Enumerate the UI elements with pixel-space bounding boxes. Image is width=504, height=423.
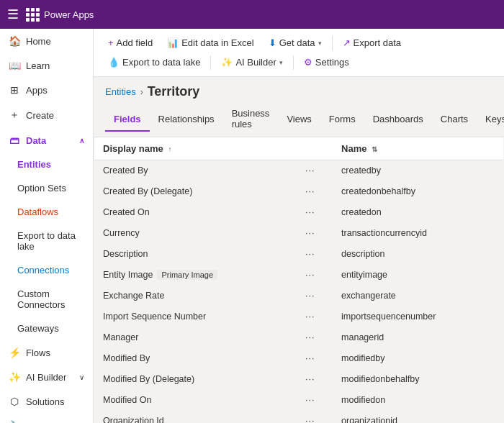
cell-display-name: Created By: [94, 160, 297, 181]
sidebar-item-flows[interactable]: ⚡ Flows: [0, 340, 93, 365]
sidebar-item-connections[interactable]: Connections: [0, 258, 93, 282]
tab-forms[interactable]: Forms: [320, 108, 364, 132]
edit-excel-button[interactable]: 📊 Edit data in Excel: [161, 35, 259, 51]
table-row[interactable]: Modified On···modifiedon: [94, 390, 503, 411]
cell-dots-menu[interactable]: ···: [297, 369, 333, 390]
sidebar-label-flows: Flows: [26, 347, 50, 358]
sidebar-item-data[interactable]: 🗃 Data ∧: [0, 128, 93, 153]
sidebar-item-export-data-lake[interactable]: Export to data lake: [0, 224, 93, 258]
table-row[interactable]: Modified By (Delegate)···modifiedonbehal…: [94, 369, 503, 390]
table-row[interactable]: Organization Id···organizationid: [94, 411, 503, 424]
cell-name: managerid: [333, 327, 503, 348]
cell-display-name: Modified By: [94, 348, 297, 369]
cell-dots-menu[interactable]: ···: [297, 202, 333, 223]
ai-builder-button[interactable]: ✨ AI Builder ▾: [215, 54, 288, 70]
breadcrumb-parent[interactable]: Entities: [105, 86, 136, 97]
sidebar-item-home[interactable]: 🏠 Home: [0, 29, 93, 53]
sidebar-item-option-sets[interactable]: Option Sets: [0, 176, 93, 200]
cell-display-name: Modified On: [94, 390, 297, 411]
sidebar-label-solutions: Solutions: [26, 396, 64, 407]
sidebar-item-custom-connectors[interactable]: Custom Connectors: [0, 282, 93, 317]
sidebar-item-gateways[interactable]: Gateways: [0, 317, 93, 340]
settings-icon: ⚙: [304, 57, 312, 68]
add-field-icon: +: [108, 37, 114, 48]
sidebar-label-gateways: Gateways: [17, 323, 59, 334]
breadcrumb: Entities › Territory: [94, 77, 504, 99]
col-display-name[interactable]: Display name ↑: [94, 137, 297, 160]
table-row[interactable]: Created By···createdby: [94, 160, 503, 181]
cell-dots-menu[interactable]: ···: [297, 411, 333, 424]
settings-button[interactable]: ⚙ Settings: [298, 54, 355, 70]
export-data-label: Export data: [354, 37, 402, 48]
sidebar-item-entities[interactable]: Entities: [0, 153, 93, 176]
hamburger-menu[interactable]: ☰: [7, 6, 19, 22]
tab-charts[interactable]: Charts: [432, 108, 477, 132]
cell-dots-menu[interactable]: ···: [297, 160, 333, 181]
col-name[interactable]: Name ⇅: [333, 137, 503, 160]
tab-dashboards[interactable]: Dashboards: [364, 108, 432, 132]
ai-builder-dropdown-icon: ▾: [279, 59, 283, 66]
table-row[interactable]: Created On···createdon: [94, 202, 503, 223]
cell-dots-menu[interactable]: ···: [297, 348, 333, 369]
cell-dots-menu[interactable]: ···: [297, 390, 333, 411]
sidebar-label-ai-builder: AI Builder: [26, 372, 66, 383]
sidebar-item-create[interactable]: ＋ Create: [0, 102, 93, 128]
edit-excel-label: Edit data in Excel: [181, 37, 253, 48]
export-data-button[interactable]: ↗ Export data: [337, 35, 408, 51]
tab-keys[interactable]: Keys: [477, 108, 504, 132]
tab-business-rules[interactable]: Business rules: [223, 102, 279, 137]
cell-name: createdon: [333, 202, 503, 223]
table-row[interactable]: Import Sequence Number···importsequencen…: [94, 306, 503, 327]
sidebar-label-data: Data: [26, 135, 46, 146]
cell-display-name: Entity ImagePrimary Image: [94, 265, 297, 286]
table-row[interactable]: Currency···transactioncurrencyid: [94, 223, 503, 244]
export-lake-button[interactable]: 💧 Export to data lake: [102, 54, 206, 70]
sidebar-item-ai-builder[interactable]: ✨ AI Builder ∨: [0, 365, 93, 389]
app-logo: Power Apps: [26, 8, 94, 22]
cell-dots-menu[interactable]: ···: [297, 327, 333, 348]
tab-fields[interactable]: Fields: [105, 108, 150, 132]
sidebar-label-export-data-lake: Export to data lake: [17, 230, 84, 252]
cell-dots-menu[interactable]: ···: [297, 265, 333, 286]
sidebar-item-dataflows[interactable]: Dataflows: [0, 200, 93, 224]
tab-relationships[interactable]: Relationships: [150, 108, 223, 132]
sidebar-label-devtools: DevTools: [26, 421, 64, 424]
table-row[interactable]: Description···description: [94, 244, 503, 265]
sidebar-label-learn: Learn: [26, 60, 50, 71]
create-icon: ＋: [9, 109, 20, 122]
cell-name: description: [333, 244, 503, 265]
sidebar-label-connections: Connections: [17, 265, 69, 276]
edit-excel-icon: 📊: [167, 37, 179, 48]
get-data-button[interactable]: ⬇ Get data ▾: [263, 35, 328, 51]
tabs: Fields Relationships Business rules View…: [94, 99, 504, 137]
col-actions: [297, 137, 333, 160]
cell-dots-menu[interactable]: ···: [297, 181, 333, 202]
logo-grid: [26, 8, 40, 22]
cell-display-name: Currency: [94, 223, 297, 244]
home-icon: 🏠: [9, 35, 20, 47]
cell-dots-menu[interactable]: ···: [297, 223, 333, 244]
sort-name-icon: ⇅: [372, 145, 377, 153]
ai-builder-toolbar-icon: ✨: [221, 57, 233, 68]
cell-display-name: Description: [94, 244, 297, 265]
sidebar-item-solutions[interactable]: ⬡ Solutions: [0, 389, 93, 414]
app-title: Power Apps: [44, 9, 94, 20]
sidebar-item-apps[interactable]: ⊞ Apps: [0, 78, 93, 102]
settings-label: Settings: [315, 57, 349, 68]
tab-views[interactable]: Views: [278, 108, 320, 132]
table-row[interactable]: Exchange Rate···exchangerate: [94, 286, 503, 306]
sidebar-item-devtools[interactable]: 🔧 DevTools ∨: [0, 414, 93, 423]
table-row[interactable]: Created By (Delegate)···createdonbehalfb…: [94, 181, 503, 202]
table-row[interactable]: Manager···managerid: [94, 327, 503, 348]
add-field-button[interactable]: + Add field: [102, 35, 158, 51]
table-row[interactable]: Modified By···modifiedby: [94, 348, 503, 369]
sidebar-item-learn[interactable]: 📖 Learn: [0, 53, 93, 78]
table-row[interactable]: Entity ImagePrimary Image···entityimage: [94, 265, 503, 286]
cell-dots-menu[interactable]: ···: [297, 306, 333, 327]
sidebar-label-home: Home: [26, 36, 51, 47]
sidebar-label-option-sets: Option Sets: [17, 183, 66, 194]
cell-dots-menu[interactable]: ···: [297, 286, 333, 306]
add-field-label: Add field: [117, 37, 153, 48]
cell-dots-menu[interactable]: ···: [297, 244, 333, 265]
data-icon: 🗃: [9, 135, 20, 146]
